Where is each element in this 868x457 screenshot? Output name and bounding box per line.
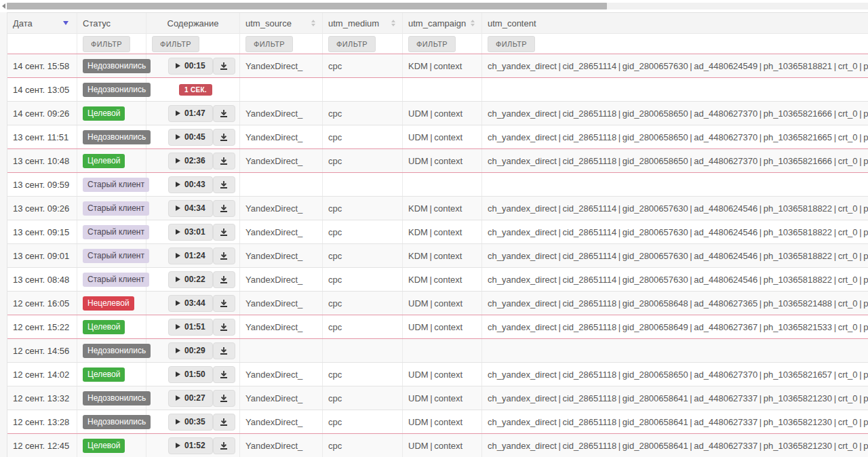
filter-button-utm-campaign[interactable]: ФИЛЬТР <box>408 36 456 52</box>
download-recording-button[interactable] <box>213 342 235 359</box>
table-row[interactable]: 13 сент. 10:48Целевой02:36YandexDirect_c… <box>7 149 868 173</box>
utm-source-cell: YandexDirect_ <box>240 102 323 125</box>
utm-medium-cell: cpc <box>323 244 403 267</box>
play-recording-button[interactable]: 02:36 <box>168 153 213 170</box>
status-badge: Целевой <box>83 367 125 382</box>
play-recording-button[interactable]: 01:50 <box>168 366 213 383</box>
download-recording-button[interactable] <box>213 153 235 170</box>
play-icon <box>176 443 180 448</box>
column-header-status[interactable]: Статус <box>77 13 146 33</box>
filter-button-utm-source[interactable]: ФИЛЬТР <box>245 36 293 52</box>
download-icon <box>220 394 228 403</box>
utm-content-cell: ch_yandex_direct | cid_28651118 | gid_28… <box>482 125 868 148</box>
calls-report-page: Дата Статус Содержание utm_source utm_me… <box>0 0 868 457</box>
calls-table: Дата Статус Содержание utm_source utm_me… <box>7 12 868 457</box>
table-row[interactable]: 12 сент. 13:28Недозвонились00:35YandexDi… <box>7 410 868 434</box>
status-badge: Недозвонились <box>83 344 151 358</box>
play-icon <box>176 111 180 116</box>
table-row[interactable]: 13 сент. 11:51Недозвонились00:45YandexDi… <box>7 125 868 149</box>
content-cell: 03:44 <box>146 292 240 315</box>
play-recording-button[interactable]: 00:29 <box>168 342 213 359</box>
column-header-utm-medium[interactable]: utm_medium <box>323 13 403 33</box>
status-badge: Целевой <box>83 106 125 121</box>
utm-campaign-cell: KDM | context <box>403 268 482 291</box>
recording-duration: 01:50 <box>184 370 205 379</box>
play-recording-button[interactable]: 03:01 <box>168 224 213 241</box>
table-row[interactable]: 14 сент. 13:05Недозвонились1 СЕК. <box>7 78 868 102</box>
utm-campaign-cell <box>403 339 482 362</box>
download-recording-button[interactable] <box>213 295 235 312</box>
download-recording-button[interactable] <box>213 437 235 454</box>
play-recording-button[interactable]: 00:15 <box>168 58 213 75</box>
column-header-utm-content[interactable]: utm_content <box>482 13 868 33</box>
date-cell: 14 сент. 13:05 <box>7 78 77 101</box>
play-icon <box>176 63 180 68</box>
download-icon <box>220 109 228 118</box>
table-row[interactable]: 13 сент. 09:59Старый клиент00:43 <box>7 173 868 197</box>
download-recording-button[interactable] <box>213 366 235 383</box>
table-row[interactable]: 12 сент. 14:56Недозвонились00:29 <box>7 339 868 363</box>
play-recording-button[interactable]: 01:24 <box>168 247 213 264</box>
column-header-content[interactable]: Содержание <box>146 13 240 33</box>
table-row[interactable]: 12 сент. 15:22Целевой01:51YandexDirect_c… <box>7 315 868 339</box>
table-row[interactable]: 13 сент. 09:15Старый клиент03:01YandexDi… <box>7 220 868 244</box>
play-recording-button[interactable]: 01:47 <box>168 105 213 122</box>
table-row[interactable]: 14 сент. 09:26Целевой01:47YandexDirect_c… <box>7 102 868 125</box>
play-recording-button[interactable]: 01:52 <box>168 437 213 454</box>
column-header-utm-source[interactable]: utm_source <box>240 13 323 33</box>
status-cell: Недозвонились <box>77 54 146 77</box>
scrollbar-left-arrow-icon[interactable] <box>2 3 5 9</box>
play-recording-button[interactable]: 00:27 <box>168 390 213 407</box>
table-row[interactable]: 12 сент. 12:45Целевой01:52YandexDirect_c… <box>7 434 868 457</box>
download-recording-button[interactable] <box>213 105 235 122</box>
download-recording-button[interactable] <box>213 414 235 431</box>
play-recording-button[interactable]: 00:45 <box>168 129 213 146</box>
utm-source-cell: YandexDirect_ <box>240 434 323 457</box>
column-header-date[interactable]: Дата <box>7 13 77 33</box>
filter-row: ФИЛЬТР ФИЛЬТР ФИЛЬТР ФИЛЬТР ФИЛЬТР ФИЛЬТ… <box>7 34 868 54</box>
date-cell: 12 сент. 13:28 <box>7 410 77 433</box>
recording-duration: 01:24 <box>184 251 205 260</box>
table-row[interactable]: 13 сент. 09:01Старый клиент01:24YandexDi… <box>7 244 868 268</box>
utm-campaign-cell <box>403 173 482 196</box>
filter-button-utm-content[interactable]: ФИЛЬТР <box>488 36 535 52</box>
filter-button-status[interactable]: ФИЛЬТР <box>83 36 130 52</box>
filter-button-utm-medium[interactable]: ФИЛЬТР <box>328 36 376 52</box>
download-recording-button[interactable] <box>213 390 235 407</box>
play-recording-button[interactable]: 04:34 <box>168 200 213 217</box>
download-recording-button[interactable] <box>213 224 235 241</box>
table-row[interactable]: 13 сент. 08:48Старый клиент00:22YandexDi… <box>7 268 868 292</box>
horizontal-scrollbar[interactable] <box>0 0 868 12</box>
table-row[interactable]: 12 сент. 13:32Недозвонились00:27YandexDi… <box>7 386 868 410</box>
download-recording-button[interactable] <box>213 271 235 288</box>
recording-duration: 01:47 <box>184 108 205 118</box>
play-recording-button[interactable]: 01:51 <box>168 319 213 336</box>
download-recording-button[interactable] <box>213 200 235 217</box>
column-label-utm-content: utm_content <box>488 18 536 28</box>
download-recording-button[interactable] <box>213 176 235 193</box>
scrollbar-thumb[interactable] <box>7 3 607 9</box>
download-recording-button[interactable] <box>213 58 235 75</box>
table-row[interactable]: 13 сент. 09:26Старый клиент04:34YandexDi… <box>7 197 868 220</box>
table-row[interactable]: 12 сент. 16:05Нецелевой03:44YandexDirect… <box>7 292 868 315</box>
content-cell: 04:34 <box>146 197 240 220</box>
download-recording-button[interactable] <box>213 247 235 264</box>
play-recording-button[interactable]: 00:43 <box>168 176 213 193</box>
utm-content-cell: ch_yandex_direct | cid_28651118 | gid_28… <box>482 363 868 386</box>
content-cell: 00:27 <box>146 386 240 410</box>
utm-campaign-cell: UDM | context <box>403 102 482 125</box>
play-recording-button[interactable]: 00:35 <box>168 414 213 431</box>
download-recording-button[interactable] <box>213 319 235 336</box>
play-recording-button[interactable]: 00:22 <box>168 271 213 288</box>
utm-campaign-cell: KDM | context <box>403 244 482 267</box>
table-row[interactable]: 12 сент. 14:02Целевой01:50YandexDirect_c… <box>7 363 868 386</box>
column-header-utm-campaign[interactable]: utm_campaign <box>403 13 482 33</box>
download-icon <box>220 62 228 71</box>
content-cell: 00:15 <box>146 54 240 77</box>
column-label-utm-medium: utm_medium <box>328 18 379 28</box>
date-cell: 13 сент. 09:01 <box>7 244 77 267</box>
play-recording-button[interactable]: 03:44 <box>168 295 213 312</box>
download-recording-button[interactable] <box>213 129 235 146</box>
filter-button-content[interactable]: ФИЛЬТР <box>152 36 199 52</box>
table-row[interactable]: 14 сент. 15:58Недозвонились00:15YandexDi… <box>7 54 868 78</box>
